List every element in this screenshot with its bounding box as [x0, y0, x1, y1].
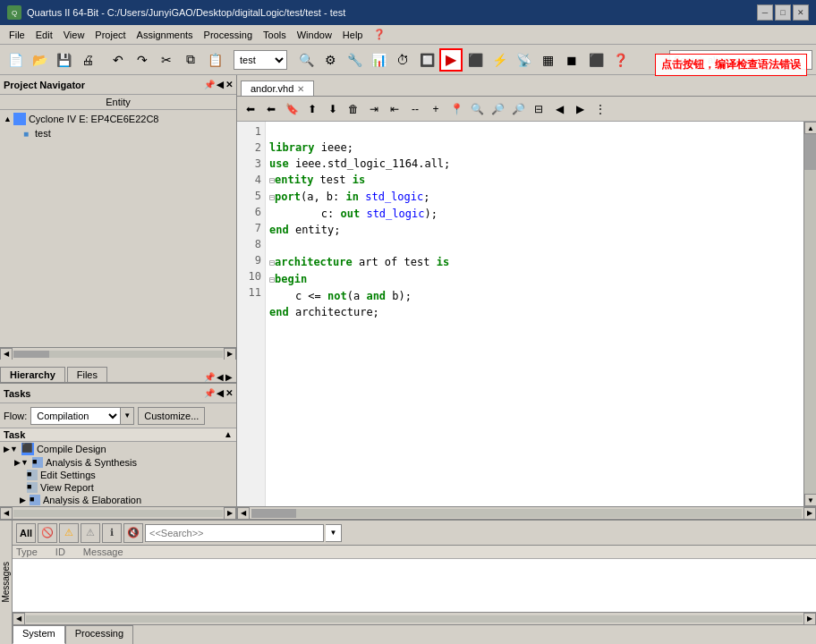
- nav-scroll-right[interactable]: ▶: [224, 348, 236, 360]
- tab-hierarchy[interactable]: Hierarchy: [0, 367, 65, 382]
- menu-view[interactable]: View: [58, 28, 90, 42]
- msg-hscroll-right[interactable]: ▶: [803, 613, 816, 625]
- msg-filter-note[interactable]: ℹ: [102, 523, 122, 543]
- toolbar-flow2[interactable]: ◼: [560, 48, 583, 72]
- ed-btn-next-msg[interactable]: ▶: [570, 99, 590, 119]
- tasks-arrow-icon[interactable]: ◀: [217, 388, 224, 398]
- msg-filter-error[interactable]: 🚫: [38, 523, 57, 543]
- ed-btn-zoom-in[interactable]: 🔎: [488, 99, 507, 119]
- task-expand-4[interactable]: ▶: [20, 496, 26, 504]
- play-compile-button[interactable]: ▶: [439, 48, 463, 72]
- tasks-pin-icon[interactable]: 📌: [204, 388, 215, 398]
- msg-suppress[interactable]: 🔇: [123, 523, 143, 543]
- close-button[interactable]: ✕: [793, 4, 809, 21]
- toolbar-help[interactable]: ❓: [608, 48, 632, 72]
- toolbar-redo[interactable]: ↷: [131, 48, 154, 72]
- device-item[interactable]: ▲ Cyclone IV E: EP4CE6E22C8: [2, 112, 234, 126]
- nav-pin-icon[interactable]: 📌: [204, 80, 215, 89]
- ed-btn-clear-bookmark[interactable]: 🗑: [344, 99, 363, 119]
- toolbar-open[interactable]: 📂: [28, 48, 51, 72]
- toolbar-run[interactable]: ⚡: [488, 48, 511, 72]
- nav-scroll-left[interactable]: ◀: [0, 348, 13, 360]
- ed-btn-find[interactable]: 🔍: [467, 99, 487, 119]
- menu-help[interactable]: Help: [337, 28, 369, 42]
- task-expand-1[interactable]: ▶▼: [14, 458, 29, 467]
- task-edit-settings[interactable]: ■ Edit Settings: [0, 469, 236, 481]
- toolbar-cut[interactable]: ✂: [155, 48, 178, 72]
- msg-hscroll-left[interactable]: ◀: [13, 613, 25, 625]
- menu-assignments[interactable]: Assignments: [132, 28, 199, 42]
- project-select[interactable]: test: [234, 50, 287, 70]
- task-hscroll-left[interactable]: ◀: [0, 507, 13, 520]
- toolbar-zoom[interactable]: 🔍: [294, 48, 318, 72]
- menu-tools[interactable]: Tools: [258, 28, 292, 42]
- messages-search-input[interactable]: [145, 524, 324, 542]
- minimize-button[interactable]: ─: [757, 4, 773, 21]
- vscroll-track[interactable]: [804, 134, 816, 494]
- editor-tab-close[interactable]: ✕: [297, 84, 304, 94]
- flow-combo[interactable]: Compilation ▼: [30, 407, 134, 425]
- messages-search-arrow[interactable]: ▼: [326, 524, 342, 542]
- ed-btn-next-bookmark[interactable]: ⬇: [323, 99, 343, 119]
- maximize-button[interactable]: □: [775, 4, 791, 21]
- menu-processing[interactable]: Processing: [199, 28, 258, 42]
- msg-filter-info[interactable]: ⚠: [81, 523, 100, 543]
- menu-window[interactable]: Window: [292, 28, 337, 42]
- menu-project[interactable]: Project: [89, 28, 131, 42]
- ed-btn-outdent[interactable]: ⇤: [385, 99, 404, 119]
- ed-btn-nav-fwd[interactable]: ⬅: [261, 99, 281, 119]
- hscroll-track[interactable]: [251, 509, 802, 518]
- ed-btn-uncomment[interactable]: +: [426, 99, 446, 119]
- toolbar-save[interactable]: 💾: [52, 48, 75, 72]
- msg-tab-processing[interactable]: Processing: [65, 625, 133, 644]
- task-analysis-elaboration[interactable]: ▶ ■ Analysis & Elaboration: [0, 494, 236, 506]
- task-expand-0[interactable]: ▶▼: [4, 445, 18, 453]
- toolbar-undo[interactable]: ↶: [106, 48, 130, 72]
- nav-tab-pin[interactable]: 📌: [204, 372, 215, 382]
- tasks-close-icon[interactable]: ✕: [225, 388, 233, 398]
- ed-btn-comment[interactable]: --: [405, 99, 425, 119]
- toolbar-chip[interactable]: 🔲: [415, 48, 438, 72]
- toolbar-stop[interactable]: ⬛: [463, 48, 487, 72]
- menu-file[interactable]: File: [4, 28, 30, 42]
- toolbar-paste[interactable]: 📋: [203, 48, 226, 72]
- file-item[interactable]: ■ test: [2, 126, 234, 140]
- nav-tab-prev[interactable]: ◀: [217, 372, 224, 382]
- toolbar-flow1[interactable]: ▦: [536, 48, 559, 72]
- nav-arrow-icon[interactable]: ◀: [217, 80, 224, 89]
- tab-files[interactable]: Files: [67, 367, 107, 382]
- toolbar-copy[interactable]: ⧉: [179, 48, 202, 72]
- toolbar-program[interactable]: 📡: [512, 48, 535, 72]
- nav-scroll-thumb[interactable]: [13, 351, 49, 358]
- ed-btn-split[interactable]: ⊟: [529, 99, 548, 119]
- task-hscroll-right[interactable]: ▶: [224, 507, 236, 520]
- ed-btn-locator[interactable]: 📍: [446, 99, 466, 119]
- toolbar-print[interactable]: 🖨: [76, 48, 99, 72]
- nav-close-icon[interactable]: ✕: [225, 80, 233, 89]
- msg-filter-all[interactable]: All: [16, 523, 36, 543]
- ed-btn-prev-msg[interactable]: ◀: [549, 99, 569, 119]
- msg-filter-warning[interactable]: ⚠: [59, 523, 79, 543]
- toolbar-sim[interactable]: 📊: [367, 48, 390, 72]
- vscroll-down[interactable]: ▼: [804, 494, 816, 506]
- nav-tab-next[interactable]: ▶: [225, 372, 233, 382]
- ed-btn-extras[interactable]: ⋮: [591, 99, 610, 119]
- vscroll-thumb[interactable]: [804, 134, 816, 170]
- menu-edit[interactable]: Edit: [30, 28, 58, 42]
- code-editor[interactable]: library ieee; use ieee.std_logic_1164.al…: [266, 122, 803, 506]
- ed-btn-zoom-out[interactable]: 🔎: [508, 99, 528, 119]
- toolbar-flow3[interactable]: ⬛: [584, 48, 608, 72]
- toolbar-new[interactable]: 📄: [4, 48, 27, 72]
- ed-btn-prev-bookmark[interactable]: ⬆: [302, 99, 322, 119]
- hscroll-left[interactable]: ◀: [237, 507, 250, 520]
- flow-combo-arrow[interactable]: ▼: [120, 407, 134, 425]
- hscroll-right[interactable]: ▶: [803, 507, 816, 520]
- ed-btn-nav-back[interactable]: ⬅: [241, 99, 260, 119]
- task-analysis-synthesis[interactable]: ▶▼ ■ Analysis & Synthesis: [0, 456, 236, 469]
- vscroll-up[interactable]: ▲: [804, 122, 816, 134]
- task-compile-design[interactable]: ▶▼ ⬛ Compile Design: [0, 442, 236, 456]
- task-view-report[interactable]: ■ View Report: [0, 481, 236, 494]
- task-scroll-up[interactable]: ▲: [224, 429, 233, 440]
- ed-btn-bookmark[interactable]: 🔖: [282, 99, 302, 119]
- hscroll-thumb[interactable]: [251, 509, 296, 518]
